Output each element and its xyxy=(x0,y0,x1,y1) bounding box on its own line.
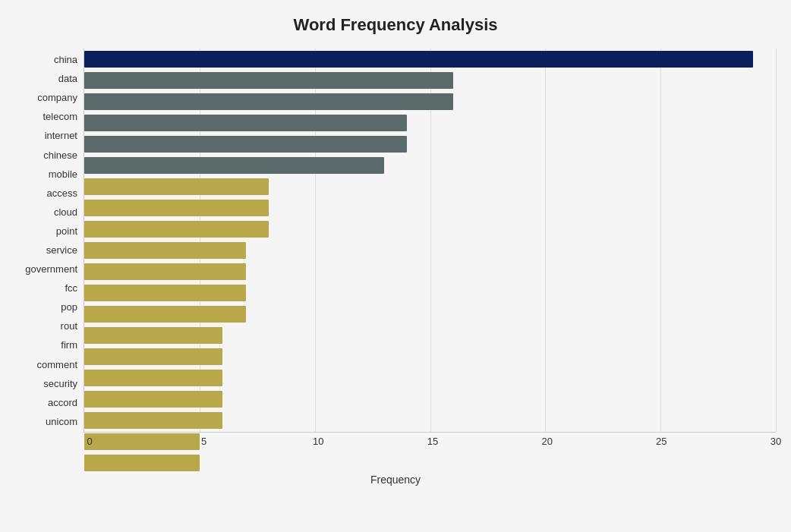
bar xyxy=(84,412,222,429)
bar xyxy=(84,263,246,280)
chart-container: Word Frequency Analysis chinadatacompany… xyxy=(0,0,791,532)
x-tick: 25 xyxy=(656,436,667,447)
bar-row xyxy=(84,70,776,91)
x-tick: 0 xyxy=(87,436,92,447)
bar xyxy=(84,327,222,344)
bar-row xyxy=(84,282,776,304)
x-tick: 30 xyxy=(771,436,781,447)
bar-row xyxy=(84,389,776,410)
y-label: firm xyxy=(61,335,77,354)
y-label: fcc xyxy=(65,279,77,297)
y-label: point xyxy=(56,222,77,241)
bar-row xyxy=(84,91,776,112)
y-label: service xyxy=(46,241,77,260)
bar-row xyxy=(84,304,776,325)
bar-row xyxy=(84,261,776,282)
bar-row xyxy=(84,325,776,346)
x-tick: 15 xyxy=(427,436,438,447)
bar-row xyxy=(84,197,776,219)
bar xyxy=(84,391,222,408)
y-label: comment xyxy=(37,355,77,374)
bar xyxy=(84,200,269,216)
bar xyxy=(84,115,407,131)
bar-row xyxy=(84,176,776,197)
bar-row xyxy=(84,219,776,240)
bar-row xyxy=(84,346,776,367)
bar xyxy=(84,348,222,365)
y-label: access xyxy=(47,184,77,203)
chart-title: Word Frequency Analysis xyxy=(15,15,776,35)
bar-row xyxy=(84,134,776,155)
bar-row xyxy=(84,240,776,261)
x-tick: 10 xyxy=(313,436,323,447)
bar-row xyxy=(84,112,776,134)
bar xyxy=(84,178,269,195)
y-label: data xyxy=(58,69,77,88)
bar xyxy=(84,221,269,238)
bar xyxy=(84,242,246,259)
grid-line xyxy=(776,49,777,432)
y-label: security xyxy=(43,374,77,393)
y-label: mobile xyxy=(49,165,77,184)
bars-area xyxy=(84,49,776,433)
bar xyxy=(84,51,753,68)
x-axis: 051015202530 xyxy=(90,433,776,457)
bar-row xyxy=(84,49,776,70)
bar xyxy=(84,306,246,323)
y-label: cloud xyxy=(54,203,77,222)
y-label: internet xyxy=(45,126,77,145)
bar xyxy=(84,93,453,110)
bar xyxy=(84,370,222,386)
bar xyxy=(84,136,407,153)
y-label: rout xyxy=(61,316,77,335)
y-label: unicom xyxy=(46,412,77,431)
bar-row xyxy=(84,410,776,431)
chart-area: chinadatacompanytelecominternetchinesemo… xyxy=(15,49,776,433)
bar-row xyxy=(84,367,776,389)
y-label: government xyxy=(25,260,77,279)
y-label: company xyxy=(37,88,77,107)
bar xyxy=(84,157,384,174)
y-label: chinese xyxy=(43,145,77,164)
x-axis-title: Frequency xyxy=(15,474,776,486)
x-tick: 5 xyxy=(201,436,206,447)
bar-row xyxy=(84,155,776,176)
y-axis: chinadatacompanytelecominternetchinesemo… xyxy=(15,49,84,433)
y-label: china xyxy=(54,50,77,69)
bar xyxy=(84,285,246,301)
y-label: pop xyxy=(61,297,77,316)
y-label: accord xyxy=(48,393,77,412)
y-label: telecom xyxy=(43,107,77,126)
x-tick: 20 xyxy=(541,436,552,447)
bar xyxy=(84,455,200,471)
bar xyxy=(84,72,453,89)
